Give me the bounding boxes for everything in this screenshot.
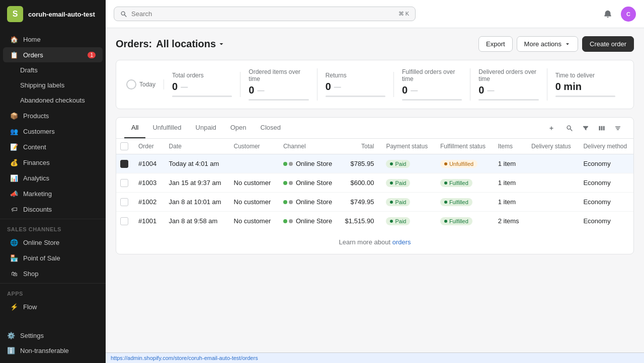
channel-dot xyxy=(283,181,287,185)
row-delivery-method: Economy xyxy=(577,212,633,231)
row-channel: Online Store xyxy=(277,193,339,212)
col-header-order[interactable]: Order xyxy=(132,139,163,154)
channel-dots xyxy=(283,219,293,223)
sidebar-item-content[interactable]: 📝 Content xyxy=(3,139,103,154)
sidebar-header: S coruh-email-auto-test xyxy=(0,0,106,28)
bottom-url-bar: https://admin.shopify.com/store/coruh-em… xyxy=(106,352,644,363)
row-checkbox[interactable] xyxy=(120,160,128,168)
location-selector-button[interactable]: All locations xyxy=(156,38,225,50)
row-payment-status: Paid xyxy=(380,212,434,231)
sidebar-item-shop[interactable]: 🛍 Shop xyxy=(3,266,103,281)
page-title-area: Orders: All locations xyxy=(116,38,472,50)
table-row[interactable]: #1001 Jan 8 at 9:58 am No customer Onlin… xyxy=(116,212,633,231)
sidebar-item-non-transferable-label: Non-transferable xyxy=(20,347,69,354)
row-items: 1 item xyxy=(492,193,525,212)
orders-badge: 1 xyxy=(88,52,96,58)
row-checkbox[interactable] xyxy=(120,179,128,187)
stat-returns: Returns 0 — xyxy=(317,72,394,97)
channel-dot-2 xyxy=(289,181,293,185)
col-header-channel: Channel xyxy=(277,139,339,154)
orders-icon: 📋 xyxy=(10,51,18,59)
sidebar-item-shipping-labels[interactable]: Shipping labels xyxy=(3,78,103,93)
sidebar-item-products[interactable]: 📦 Products xyxy=(3,108,103,123)
sidebar-item-non-transferable[interactable]: ℹ️ Non-transferable xyxy=(7,343,99,358)
stat-time-to-deliver: Time to deliver 0 min xyxy=(547,72,623,97)
today-label: Today xyxy=(139,81,155,88)
row-date: Jan 8 at 9:58 am xyxy=(163,212,228,231)
tab-more[interactable] xyxy=(543,119,560,138)
order-link[interactable]: #1004 xyxy=(138,160,156,167)
main-content: ⌘ K C Orders: All locations xyxy=(106,0,644,363)
topbar: ⌘ K C xyxy=(106,0,644,28)
search-bar[interactable]: ⌘ K xyxy=(114,7,416,21)
filter-button[interactable] xyxy=(578,121,593,136)
sidebar-item-marketing[interactable]: 📣 Marketing xyxy=(3,186,103,201)
sidebar-item-content-label: Content xyxy=(23,143,46,151)
col-header-total: Total xyxy=(339,139,380,154)
order-link[interactable]: #1003 xyxy=(138,179,156,187)
order-link[interactable]: #1002 xyxy=(138,198,156,206)
select-all-checkbox[interactable] xyxy=(120,142,128,150)
sidebar-item-discounts[interactable]: 🏷 Discounts xyxy=(3,202,103,217)
learn-more-link[interactable]: orders xyxy=(392,238,411,246)
bell-icon xyxy=(603,10,612,19)
search-input[interactable] xyxy=(131,10,394,18)
sidebar-item-orders[interactable]: 📋 Orders 1 xyxy=(3,47,103,62)
sidebar-item-flow[interactable]: ⚡ Flow xyxy=(3,299,103,314)
sidebar-item-home[interactable]: 🏠 Home xyxy=(3,32,103,47)
point-of-sale-icon: 🏪 xyxy=(10,254,18,262)
content-icon: 📝 xyxy=(10,143,18,151)
analytics-icon: 📊 xyxy=(10,174,18,182)
sort-button[interactable] xyxy=(610,121,625,136)
export-button[interactable]: Export xyxy=(478,36,513,52)
row-delivery-status xyxy=(525,173,577,193)
learn-more: Learn more about orders xyxy=(116,230,633,254)
col-header-delivery-status: Delivery status xyxy=(525,139,577,154)
order-link[interactable]: #1001 xyxy=(138,217,156,225)
tab-unpaid[interactable]: Unpaid xyxy=(189,118,223,138)
sidebar-item-customers[interactable]: 👥 Customers xyxy=(3,124,103,139)
tab-open[interactable]: Open xyxy=(223,118,254,138)
sidebar-item-finances[interactable]: 💰 Finances xyxy=(3,155,103,170)
avatar[interactable]: C xyxy=(621,7,636,22)
row-checkbox[interactable] xyxy=(120,198,128,206)
row-total: $1,515.90 xyxy=(339,212,380,231)
fulfillment-status-badge: Unfulfilled xyxy=(440,160,477,168)
store-name: coruh-email-auto-test xyxy=(28,11,95,18)
chevron-down-icon-actions xyxy=(565,41,571,47)
sidebar-item-finances-label: Finances xyxy=(23,159,50,166)
tab-unfulfilled[interactable]: Unfulfilled xyxy=(145,118,188,138)
row-checkbox[interactable] xyxy=(120,217,128,225)
tab-all[interactable]: All xyxy=(124,118,145,138)
sidebar-item-online-store[interactable]: 🌐 Online Store xyxy=(3,235,103,250)
sidebar-item-abandoned-checkouts[interactable]: Abandoned checkouts xyxy=(3,93,103,108)
table-row[interactable]: #1003 Jan 15 at 9:37 am No customer Onli… xyxy=(116,173,633,193)
info-icon: ℹ️ xyxy=(7,346,15,354)
col-header-customer: Customer xyxy=(228,139,277,154)
col-header-date[interactable]: Date xyxy=(163,139,228,154)
sidebar-item-point-of-sale-label: Point of Sale xyxy=(23,254,60,262)
more-actions-button[interactable]: More actions xyxy=(517,36,578,52)
orders-table-container: All Unfulfilled Unpaid Open Closed xyxy=(116,117,634,254)
create-order-button[interactable]: Create order xyxy=(582,36,634,52)
sidebar-item-point-of-sale[interactable]: 🏪 Point of Sale xyxy=(3,250,103,265)
sidebar-item-drafts[interactable]: Drafts xyxy=(3,63,103,77)
fulfillment-status-badge: Fulfilled xyxy=(440,179,472,187)
table-row[interactable]: #1004 Today at 4:01 am Online Store $785… xyxy=(116,154,633,173)
sort-icon xyxy=(614,125,621,132)
tab-closed[interactable]: Closed xyxy=(254,118,288,138)
today-indicator: Today xyxy=(126,79,164,89)
search-table-button[interactable] xyxy=(562,121,577,136)
sidebar-item-settings[interactable]: ⚙️ Settings xyxy=(7,328,99,343)
row-order: #1001 xyxy=(132,212,163,231)
table-row[interactable]: #1002 Jan 8 at 10:01 am No customer Onli… xyxy=(116,193,633,212)
sidebar-item-analytics[interactable]: 📊 Analytics xyxy=(3,170,103,186)
notifications-button[interactable] xyxy=(600,6,616,22)
row-fulfillment-status: Fulfilled xyxy=(434,193,492,212)
channel-dot xyxy=(283,219,287,223)
row-items: 1 item xyxy=(492,154,525,173)
col-header-items: Items xyxy=(492,139,525,154)
sidebar-item-customers-label: Customers xyxy=(23,128,55,135)
sidebar-item-shop-label: Shop xyxy=(23,270,38,278)
columns-button[interactable] xyxy=(594,121,609,136)
